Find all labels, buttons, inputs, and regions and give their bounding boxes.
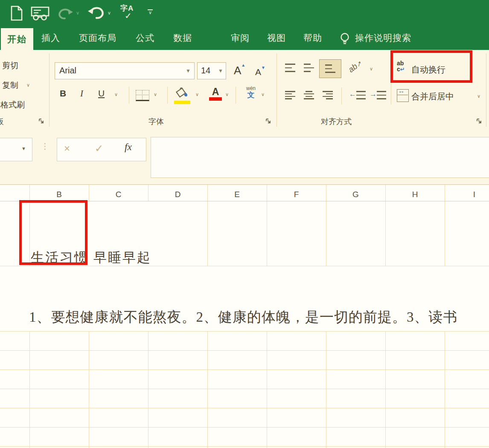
phonetic-dropdown-icon[interactable]: ∨ xyxy=(261,92,265,97)
align-bottom-button-selected[interactable] xyxy=(319,59,341,78)
font-size-dropdown-icon[interactable]: ▼ xyxy=(218,68,223,74)
increase-indent-button[interactable]: → xyxy=(370,89,387,101)
gridline xyxy=(267,185,267,201)
gridline xyxy=(207,331,208,448)
font-color-button[interactable]: A xyxy=(209,87,222,101)
bold-button[interactable]: B xyxy=(60,88,66,99)
format-painter-button[interactable]: 格式刷 xyxy=(0,99,25,111)
name-box-dropdown-icon[interactable]: ▼ xyxy=(21,146,26,151)
column-header-partial-a[interactable]: A xyxy=(0,190,12,199)
font-dialog-launcher-icon[interactable] xyxy=(265,118,271,124)
redo-icon[interactable] xyxy=(56,8,73,20)
gridline xyxy=(326,331,326,448)
fill-color-dropdown-icon[interactable]: ∨ xyxy=(195,92,199,97)
spreadsheet-grid[interactable]: A BCDEFGHI 生活习惯 早睡早起 1、要想健康就不能熬夜。2、健康的体魄… xyxy=(0,184,489,448)
paint-bucket-icon xyxy=(174,87,191,99)
decrease-indent-button[interactable]: ← xyxy=(349,89,366,101)
font-color-dropdown-icon[interactable]: ∨ xyxy=(225,92,229,97)
gridline xyxy=(267,201,267,266)
ribbon-tab[interactable]: 页面布局 xyxy=(79,26,116,50)
customize-quick-access-icon[interactable]: ∨ xyxy=(148,9,153,15)
font-name-dropdown-icon[interactable]: ▼ xyxy=(186,68,191,74)
underline-button[interactable]: U xyxy=(98,88,105,99)
title-bar: ∨ ∨ 字A ✓ ∨ xyxy=(0,0,489,26)
column-header[interactable]: B xyxy=(29,190,89,199)
enter-button[interactable]: ✓ xyxy=(95,143,103,154)
tab-home[interactable]: 开始 xyxy=(1,28,33,50)
ribbon-tab[interactable]: 数据 xyxy=(173,26,192,50)
gridline xyxy=(0,427,489,428)
column-header[interactable]: F xyxy=(267,190,326,199)
orientation-dropdown-icon[interactable]: ∨ xyxy=(370,66,373,72)
gridline xyxy=(385,201,386,266)
column-header[interactable]: D xyxy=(148,190,207,199)
insert-function-button[interactable]: fx xyxy=(125,142,132,153)
name-box[interactable]: ▼ xyxy=(0,138,32,161)
ribbon-tab[interactable]: 视图 xyxy=(267,26,286,50)
align-right-button[interactable] xyxy=(323,91,333,99)
align-left-button[interactable] xyxy=(285,91,295,99)
ribbon-tab-bar: 开始 插入页面布局公式数据审阅视图帮助操作说明搜索 xyxy=(0,26,489,50)
underline-dropdown-icon[interactable]: ∨ xyxy=(114,92,118,97)
gridline xyxy=(445,201,445,266)
column-header[interactable]: E xyxy=(207,190,267,199)
undo-icon[interactable] xyxy=(87,6,106,20)
decrease-font-size-button[interactable]: A▼ xyxy=(255,65,265,77)
borders-button[interactable] xyxy=(136,90,149,101)
lightbulb-icon xyxy=(339,32,350,45)
font-name-combobox[interactable]: Arial ▼ xyxy=(55,62,195,79)
column-header[interactable]: H xyxy=(385,190,445,199)
formula-input[interactable] xyxy=(151,137,489,178)
gridline xyxy=(0,408,489,408)
ribbon-tab[interactable]: 帮助 xyxy=(303,26,322,50)
gridline xyxy=(267,331,267,448)
fill-color-button[interactable] xyxy=(174,87,191,104)
alignment-dialog-launcher-icon[interactable] xyxy=(476,118,482,124)
print-preview-icon[interactable] xyxy=(31,6,49,21)
formula-buttons: × ✓ fx xyxy=(57,138,146,161)
align-middle-button[interactable] xyxy=(304,64,314,72)
cancel-button[interactable]: × xyxy=(64,143,70,154)
orientation-button[interactable]: ab↗ xyxy=(346,58,367,78)
gridline xyxy=(0,389,489,389)
merge-center-button[interactable]: 合并后居中 xyxy=(411,91,454,102)
align-center-button[interactable] xyxy=(304,91,314,99)
undo-dropdown-icon[interactable]: ∨ xyxy=(108,10,111,16)
font-color-swatch xyxy=(209,97,222,101)
cut-button[interactable]: 剪切 xyxy=(2,60,18,71)
copy-dropdown-icon[interactable]: ∨ xyxy=(26,82,30,88)
gridline xyxy=(326,201,326,266)
merge-center-dropdown-icon[interactable]: ∨ xyxy=(477,93,480,99)
gridline xyxy=(29,185,30,201)
italic-button[interactable]: I xyxy=(80,88,83,99)
redo-dropdown-icon[interactable]: ∨ xyxy=(76,10,79,16)
clipboard-dialog-launcher-icon[interactable] xyxy=(38,118,44,124)
ribbon-tab[interactable]: 公式 xyxy=(136,26,154,50)
gridline xyxy=(0,369,489,370)
gridline xyxy=(89,331,89,448)
borders-dropdown-icon[interactable]: ∨ xyxy=(154,92,157,97)
font-size-combobox[interactable]: 14 ▼ xyxy=(197,62,226,79)
fill-color-swatch xyxy=(174,101,190,104)
increase-font-size-button[interactable]: A▲ xyxy=(234,63,245,77)
excel-window: { "titlebar": { "icons": ["new-file", "p… xyxy=(0,0,489,448)
formula-bar: ▼ ⋮ × ✓ fx 生活习惯 早睡早起 xyxy=(0,128,489,184)
gridline xyxy=(148,331,148,448)
align-top-button[interactable] xyxy=(285,64,295,72)
ribbon-tab[interactable]: 审阅 xyxy=(231,26,250,50)
column-header[interactable]: C xyxy=(89,190,148,199)
copy-button[interactable]: 复制 xyxy=(2,80,18,91)
new-file-icon[interactable] xyxy=(10,6,23,21)
spell-check-icon[interactable]: 字A ✓ xyxy=(120,3,139,23)
gridline xyxy=(445,185,445,201)
phonetic-guide-button[interactable]: wén 文 xyxy=(242,86,259,99)
gridline xyxy=(326,185,326,201)
font-name-value: Arial xyxy=(59,66,76,76)
column-header[interactable]: G xyxy=(326,190,385,199)
ribbon-tab[interactable]: 操作说明搜索 xyxy=(355,26,411,50)
column-header[interactable]: I xyxy=(445,190,489,199)
ribbon-tab[interactable]: 插入 xyxy=(41,26,60,50)
formula-bar-grip-icon[interactable]: ⋮ xyxy=(41,141,49,151)
gridline xyxy=(29,331,30,448)
gridline xyxy=(385,185,386,201)
